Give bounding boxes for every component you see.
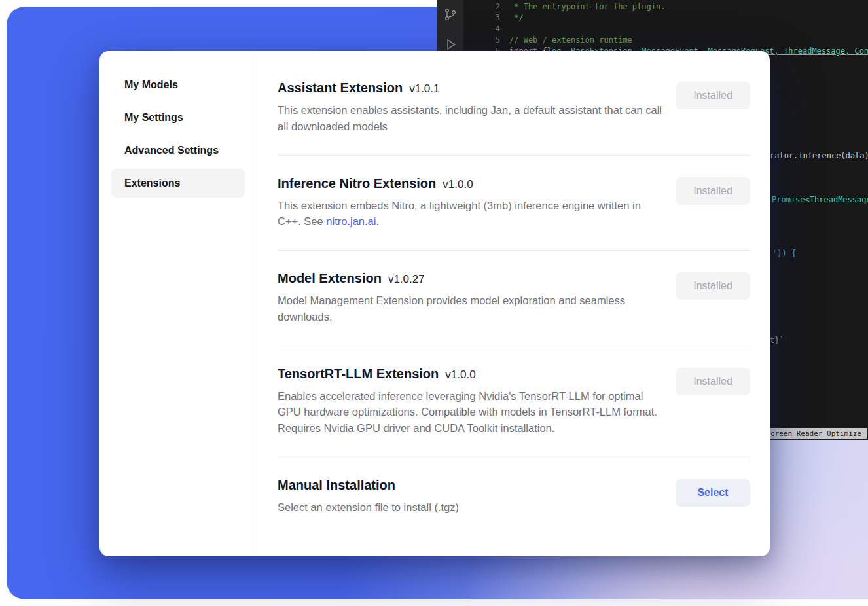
extension-version: v1.0.1 [409,82,439,96]
code-area: 2 * The entrypoint for the plugin. 3 */ … [463,1,868,57]
installed-button[interactable]: Installed [676,272,750,300]
extension-version: v1.0.0 [443,178,473,191]
manual-installation-section: Manual Installation Select an extension … [278,457,750,536]
nitro-jan-ai-link[interactable]: nitro.jan.ai [326,215,376,227]
code-fragment: ')) { [772,248,796,258]
extension-title: Inference Nitro Extension [278,176,436,191]
code-text: * The entrypoint for the plugin. [509,1,665,12]
extension-title: TensortRT-LLM Extension [278,366,439,382]
select-file-button[interactable]: Select [676,479,750,507]
extensions-panel: Assistant Extension v1.0.1 This extensio… [255,51,770,556]
extension-text: Assistant Extension v1.0.1 This extensio… [278,80,664,135]
settings-sidebar: My Models My Settings Advanced Settings … [99,51,255,556]
extension-version: v1.0.27 [388,273,425,286]
extension-text: Manual Installation Select an extension … [278,478,459,516]
sidebar-item-advanced-settings[interactable]: Advanced Settings [111,136,245,165]
extension-item-inference-nitro: Inference Nitro Extension v1.0.0 This ex… [278,156,750,251]
installed-button[interactable]: Installed [676,368,750,395]
code-fragment: t}` [770,335,784,346]
settings-modal: My Models My Settings Advanced Settings … [99,51,770,556]
installed-button[interactable]: Installed [676,82,750,109]
extension-item-model: Model Extension v1.0.27 Model Management… [278,251,750,346]
line-number: 5 [463,35,509,46]
extension-title-row: Assistant Extension v1.0.1 [278,80,664,96]
extension-text: Model Extension v1.0.27 Model Management… [278,271,664,325]
manual-installation-title: Manual Installation [278,478,395,493]
code-line: 2 * The entrypoint for the plugin. [463,1,868,12]
code-line: 4 [463,24,868,35]
code-text: */ [509,12,524,24]
extension-item-assistant: Assistant Extension v1.0.1 This extensio… [278,60,750,156]
code-text: // Web / extension runtime [509,35,632,46]
code-fragment: rator.inference(data)); [770,151,868,161]
extension-title-row: TensortRT-LLM Extension v1.0.0 [278,366,664,382]
sidebar-item-my-models[interactable]: My Models [111,71,245,99]
extension-title-row: Inference Nitro Extension v1.0.0 [278,176,664,191]
extension-version: v1.0.0 [445,368,475,382]
screen-reader-chip[interactable]: Screen Reader Optimize [761,428,867,439]
sidebar-item-my-settings[interactable]: My Settings [111,103,245,132]
extension-description: This extension embeds Nitro, a lightweig… [278,198,664,230]
extension-description: Enables accelerated inference leveraging… [278,388,664,437]
extension-title: Assistant Extension [278,80,403,96]
extension-title: Model Extension [278,271,382,286]
run-debug-icon[interactable] [443,37,458,52]
code-fragment: Promise<ThreadMessage> [772,194,868,205]
line-number: 2 [463,1,509,12]
line-number: 4 [463,24,509,35]
installed-button[interactable]: Installed [676,177,750,205]
line-number: 3 [463,12,509,24]
code-line: 5 // Web / extension runtime [463,35,868,46]
sidebar-item-extensions[interactable]: Extensions [111,169,245,198]
code-line: 3 */ [463,12,868,24]
extension-description: This extension enables assistants, inclu… [278,102,664,135]
extension-text: Inference Nitro Extension v1.0.0 This ex… [278,176,664,230]
description-text: . [376,215,379,227]
extension-title-row: Model Extension v1.0.27 [278,271,664,286]
manual-installation-description: Select an extension file to install (.tg… [278,499,459,516]
extension-description: Model Management Extension provides mode… [278,293,664,325]
source-control-icon[interactable] [443,7,458,22]
extension-title-row: Manual Installation [278,478,459,493]
extension-text: TensortRT-LLM Extension v1.0.0 Enables a… [278,366,664,437]
screenshot-stage: 2 * The entrypoint for the plugin. 3 */ … [0,0,868,606]
extension-item-tensorrt-llm: TensortRT-LLM Extension v1.0.0 Enables a… [278,346,750,457]
